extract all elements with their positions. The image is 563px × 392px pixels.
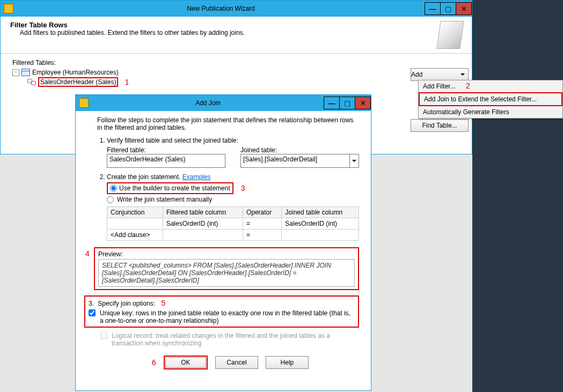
- preview-label: Preview:: [98, 250, 123, 258]
- filtered-tables-label: Filtered Tables:: [12, 59, 460, 66]
- help-button-label: Help: [281, 359, 294, 366]
- grid-header: Joined table column: [282, 207, 359, 218]
- minimize-button[interactable]: —: [425, 2, 441, 15]
- logical-record-checkbox: [100, 332, 107, 339]
- grid-header: Operator: [243, 207, 281, 218]
- joined-table-select[interactable]: [Sales].[SalesOrderDetail]: [240, 154, 350, 168]
- join-title: Add Join: [92, 99, 324, 107]
- chevron-down-icon[interactable]: [350, 154, 359, 168]
- add-menu: Add Filter... Add Join to Extend the Sel…: [418, 80, 563, 119]
- radio-builder[interactable]: [110, 184, 117, 192]
- ok-button[interactable]: OK: [164, 356, 208, 369]
- callout-4: 4: [85, 249, 90, 258]
- grid-cell[interactable]: =: [243, 218, 281, 230]
- grid-cell[interactable]: [163, 230, 243, 241]
- step2-label: Create the join statement.: [107, 173, 180, 181]
- grid-cell[interactable]: SalesOrderID (int): [282, 218, 359, 230]
- tree-collapse-icon[interactable]: −: [12, 69, 19, 76]
- help-button[interactable]: Help: [266, 356, 309, 369]
- find-table-button[interactable]: Find Table...: [411, 119, 469, 132]
- logical-record-label: Logical record: treat related changes in…: [112, 332, 359, 347]
- maximize-button[interactable]: ▢: [440, 2, 456, 15]
- menu-auto-generate[interactable]: Automatically Generate Filters: [419, 106, 562, 118]
- unique-key-label: Unique key: rows in the joined table rel…: [100, 309, 355, 324]
- close-button[interactable]: ✕: [456, 2, 472, 15]
- page-subtitle: Add filters to published tables. Extend …: [20, 29, 245, 36]
- cancel-button-label: Cancel: [226, 359, 246, 366]
- join-titlebar[interactable]: Add Join — ▢ ✕: [76, 95, 371, 111]
- tree-root-label[interactable]: Employee (HumanResources): [32, 69, 119, 76]
- close-button[interactable]: ✕: [355, 97, 371, 109]
- radio-manual-label: Write the join statement manually: [117, 196, 212, 203]
- wizard-title: New Publication Wizard: [17, 5, 425, 12]
- join-builder-grid[interactable]: Conjunction Filtered table column Operat…: [107, 206, 359, 241]
- callout-2: 2: [466, 82, 470, 90]
- table-icon: [21, 69, 30, 76]
- add-join-dialog: Add Join — ▢ ✕ Follow the steps to compl…: [75, 94, 371, 391]
- page-title: Filter Table Rows: [10, 21, 68, 29]
- app-icon: [4, 4, 13, 13]
- grid-cell[interactable]: <Add clause>: [107, 230, 163, 241]
- callout-3: 3: [241, 184, 245, 193]
- join-intro: Follow the steps to complete the join st…: [97, 116, 359, 131]
- menu-add-filter[interactable]: Add Filter...: [419, 80, 562, 92]
- wizard-titlebar[interactable]: New Publication Wizard — ▢ ✕: [1, 1, 472, 17]
- cancel-button[interactable]: Cancel: [215, 356, 258, 369]
- callout-1: 1: [125, 78, 129, 86]
- grid-cell[interactable]: SalesOrderID (int): [163, 218, 243, 230]
- joined-table-label: Joined table:: [240, 146, 359, 154]
- filtered-table-label: Filtered table:: [107, 146, 225, 154]
- minimize-button[interactable]: —: [324, 97, 340, 109]
- maximize-button[interactable]: ▢: [339, 97, 355, 109]
- grid-header: Conjunction: [107, 207, 163, 218]
- tree-child-label[interactable]: SalesOrderHeader (Sales): [38, 77, 118, 87]
- callout-6: 6: [152, 358, 156, 367]
- add-button-label: Add: [411, 71, 422, 78]
- wizard-banner-icon: [436, 21, 464, 49]
- menu-add-join[interactable]: Add Join to Extend the Selected Filter..…: [419, 92, 562, 106]
- filtered-table-field: SalesOrderHeader (Sales): [107, 154, 225, 168]
- step3-label: Specify join options:: [98, 300, 155, 307]
- find-table-label: Find Table...: [422, 122, 457, 129]
- radio-manual[interactable]: [107, 196, 114, 203]
- join-icon: [27, 79, 36, 85]
- grid-cell[interactable]: [282, 230, 359, 241]
- app-icon: [79, 98, 89, 108]
- callout-5: 5: [161, 299, 165, 307]
- filtered-tables-tree[interactable]: − Employee (HumanResources) SalesOrderHe…: [12, 69, 460, 87]
- ok-button-label: OK: [181, 359, 190, 366]
- grid-cell[interactable]: =: [243, 230, 281, 241]
- preview-sql: SELECT <published_columns> FROM [Sales].…: [98, 259, 355, 287]
- grid-header: Filtered table column: [163, 207, 243, 218]
- add-button[interactable]: Add: [411, 68, 469, 81]
- step1-label: Verify filtered table and select the joi…: [107, 137, 238, 144]
- radio-builder-label: Use the builder to create the statement: [119, 184, 230, 192]
- grid-cell[interactable]: [107, 218, 163, 230]
- examples-link[interactable]: Examples: [182, 173, 211, 181]
- unique-key-checkbox[interactable]: [89, 309, 96, 316]
- chevron-down-icon: [460, 73, 465, 78]
